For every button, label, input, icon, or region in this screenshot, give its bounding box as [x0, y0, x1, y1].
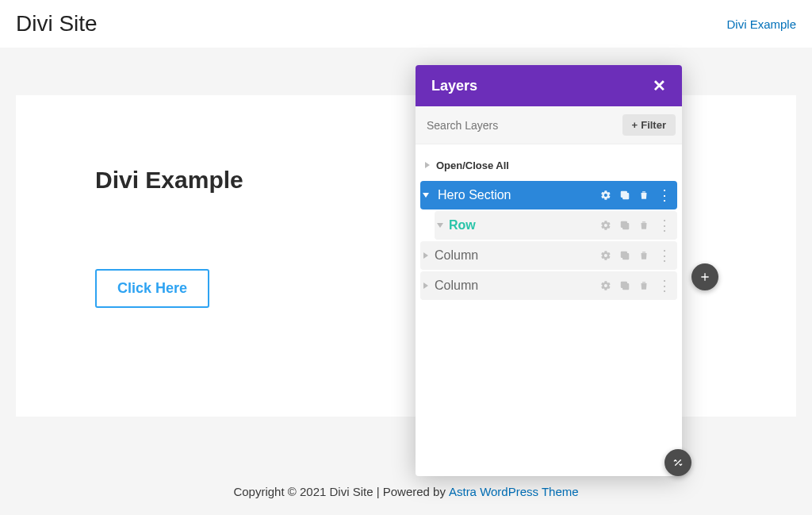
duplicate-icon[interactable] [619, 190, 630, 201]
resize-icon [672, 456, 684, 469]
layer-column-2[interactable]: Column ⋮ [420, 271, 677, 300]
triangle-icon [423, 252, 428, 259]
trash-icon[interactable] [638, 280, 649, 291]
plus-icon [699, 271, 711, 283]
duplicate-icon[interactable] [619, 250, 630, 261]
filter-label: Filter [641, 119, 666, 131]
duplicate-icon[interactable] [619, 220, 630, 231]
layer-row[interactable]: Row ⋮ [435, 211, 677, 240]
triangle-icon [425, 162, 430, 168]
svg-rect-5 [621, 252, 626, 257]
layers-tree: Open/Close All Hero Section ⋮ Row ⋮ [416, 144, 682, 476]
gear-icon[interactable] [600, 190, 611, 201]
panel-title: Layers [431, 78, 477, 94]
layer-column-1[interactable]: Column ⋮ [420, 241, 677, 270]
gear-icon[interactable] [600, 220, 611, 231]
panel-header[interactable]: Layers ✕ [416, 65, 682, 106]
footer-theme-link[interactable]: Astra WordPress Theme [449, 485, 579, 498]
triangle-icon [437, 223, 443, 228]
nav-link-example[interactable]: Divi Example [726, 17, 796, 31]
cta-button[interactable]: Click Here [95, 269, 209, 308]
gear-icon[interactable] [600, 250, 611, 261]
svg-rect-3 [621, 221, 626, 227]
footer-text: Copyright © 2021 Divi Site | Powered by [233, 485, 446, 498]
triangle-icon [423, 282, 428, 289]
svg-rect-7 [621, 282, 626, 287]
site-header: Divi Site Divi Example [0, 0, 812, 48]
panel-search-row: + Filter [416, 106, 682, 144]
triangle-icon [423, 193, 429, 198]
add-fab[interactable] [691, 263, 718, 290]
site-title: Divi Site [16, 11, 98, 37]
layer-section-hero[interactable]: Hero Section ⋮ [420, 181, 677, 209]
close-icon[interactable]: ✕ [653, 78, 666, 94]
layers-panel: Layers ✕ + Filter Open/Close All Hero Se… [416, 65, 682, 476]
trash-icon[interactable] [638, 190, 649, 201]
gear-icon[interactable] [600, 280, 611, 291]
trash-icon[interactable] [638, 220, 649, 231]
resize-fab[interactable] [665, 449, 691, 476]
duplicate-icon[interactable] [619, 280, 630, 291]
site-footer: Copyright © 2021 Divi Site | Powered by … [0, 468, 812, 515]
search-input[interactable] [416, 106, 622, 144]
trash-icon[interactable] [638, 250, 649, 261]
svg-rect-1 [621, 191, 626, 197]
open-close-all[interactable]: Open/Close All [420, 151, 677, 179]
page-body: Divi Example Click Here [0, 48, 812, 468]
filter-button[interactable]: + Filter [622, 114, 676, 136]
plus-icon: + [632, 119, 638, 131]
